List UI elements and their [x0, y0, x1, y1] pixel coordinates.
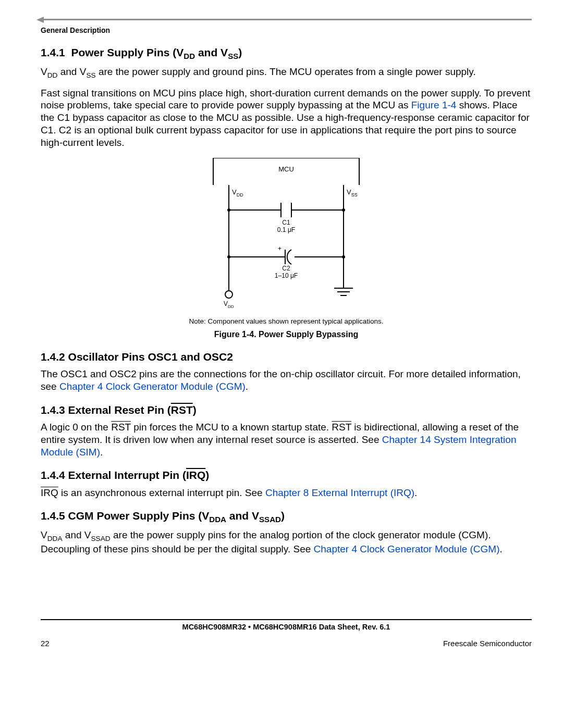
heading-number: 1.4.2 — [41, 351, 65, 363]
paragraph: VDDA and VSSAD are the power supply pins… — [41, 529, 532, 556]
chapter-8-irq-link[interactable]: Chapter 8 External Interrupt (IRQ) — [265, 487, 414, 498]
footer-doc-title: MC68HC908MR32 • MC68HC908MR16 Data Sheet… — [41, 619, 532, 632]
paragraph: IRQ is an asynchronous external interrup… — [41, 487, 532, 499]
figure-1-4-link[interactable]: Figure 1-4 — [411, 100, 457, 110]
chapter-4-cgm-link[interactable]: Chapter 4 Clock Generator Module (CGM) — [59, 381, 246, 392]
svg-text:0.1 μF: 0.1 μF — [277, 226, 295, 233]
heading-1-4-2: 1.4.2 Oscillator Pins OSC1 and OSC2 — [41, 350, 532, 364]
heading-number: 1.4.1 — [41, 46, 65, 58]
svg-text:C2: C2 — [282, 265, 290, 272]
chapter-4-cgm-link-2[interactable]: Chapter 4 Clock Generator Module (CGM) — [314, 544, 500, 554]
paragraph: VDD and VSS are the power supply and gro… — [41, 66, 532, 80]
header-rule-triangle-icon — [36, 17, 44, 23]
figure-caption: Figure 1-4. Power Supply Bypassing — [41, 329, 532, 340]
heading-number: 1.4.3 — [41, 404, 65, 416]
figure-note: Note: Component values shown represent t… — [41, 317, 532, 326]
footer-company: Freescale Semiconductor — [443, 639, 532, 649]
svg-text:+: + — [278, 245, 282, 252]
paragraph: The OSC1 and OSC2 pins are the connectio… — [41, 368, 532, 393]
header-rule — [41, 19, 532, 23]
heading-number: 1.4.5 — [41, 510, 65, 522]
figure-1-4: MCU VDD VSS C1 0.1 μF — [192, 158, 380, 314]
heading-1-4-1: 1.4.1 Power Supply Pins (VDD and VSS) — [41, 46, 532, 61]
heading-1-4-5: 1.4.5 CGM Power Supply Pins (VDDA and VS… — [41, 509, 532, 525]
svg-text:VDD: VDD — [224, 300, 234, 309]
power-supply-bypassing-diagram-icon: MCU VDD VSS C1 0.1 μF — [192, 158, 380, 314]
svg-text:1–10 μF: 1–10 μF — [275, 272, 298, 279]
paragraph: A logic 0 on the RST pin forces the MCU … — [41, 421, 532, 458]
heading-1-4-4: 1.4.4 External Interrupt Pin (IRQ) — [41, 468, 532, 482]
footer-page-number: 22 — [41, 639, 50, 649]
svg-text:MCU: MCU — [278, 165, 294, 173]
heading-number: 1.4.4 — [41, 469, 65, 481]
header-section-label: General Description — [41, 26, 532, 35]
heading-1-4-3: 1.4.3 External Reset Pin (RST) — [41, 403, 532, 417]
svg-text:C1: C1 — [282, 219, 290, 226]
svg-point-29 — [225, 291, 232, 298]
svg-text:VSS: VSS — [347, 188, 358, 198]
paragraph: Fast signal transitions on MCU pins plac… — [41, 87, 532, 149]
svg-text:VDD: VDD — [232, 188, 243, 198]
